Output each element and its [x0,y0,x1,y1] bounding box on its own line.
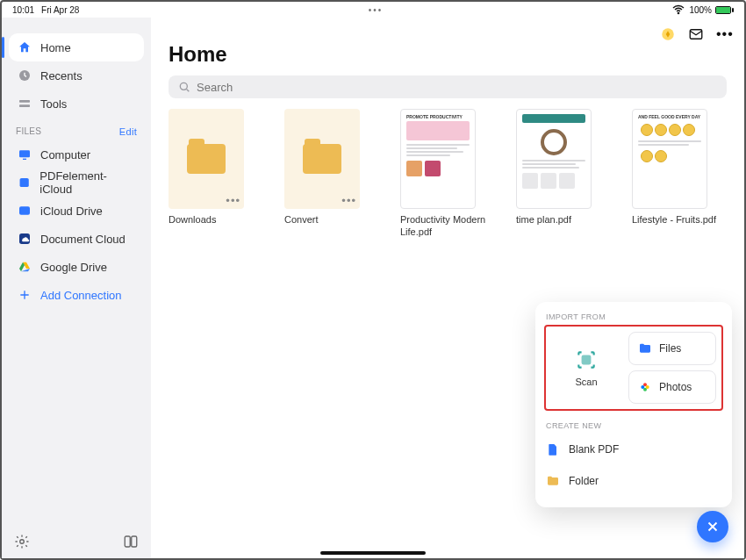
svg-rect-2 [19,100,30,103]
scan-label: Scan [575,377,597,387]
folder-icon [546,474,560,488]
svg-point-12 [20,540,25,544]
more-icon[interactable]: ••• [716,26,732,42]
wifi-icon [671,3,685,17]
svg-rect-5 [23,159,26,160]
sidebar-item-document-cloud[interactable]: Document Cloud [9,225,144,253]
close-fab-button[interactable] [697,511,728,542]
svg-point-22 [641,385,644,389]
search-icon [177,80,191,94]
new-folder-label: Folder [569,475,599,487]
blank-pdf-button[interactable]: Blank PDF [544,434,723,465]
folder-tile-downloads[interactable]: ••• Downloads [169,109,263,239]
svg-rect-14 [132,536,137,547]
sidebar-item-label: Computer [40,148,90,162]
gdrive-icon [18,260,32,274]
sidebar-item-label: PDFelement-iCloud [39,169,135,196]
sidebar-item-tools[interactable]: Tools [9,90,144,118]
search-input[interactable] [197,81,718,94]
tools-icon [18,97,32,111]
document-tile-lifestyle[interactable]: AND FEEL GOOD EVERY DAY Lifestyle - Frui… [632,109,727,239]
blank-pdf-label: Blank PDF [569,443,619,456]
document-tile-timeplan[interactable]: time plan.pdf [516,109,611,239]
sidebar-item-computer[interactable]: Computer [9,140,144,169]
document-tile-productivity[interactable]: PROMOTE PRODUCTIVITY Productivity Modern… [400,109,495,239]
doccloud-icon [18,232,32,246]
computer-icon [18,147,32,162]
sidebar-item-label: Recents [40,69,82,83]
status-date: Fri Apr 28 [41,5,79,15]
device-frame: 10:01 Fri Apr 28 ••• 100% Home Recents [0,0,746,560]
main-content: ••• Home ••• Downloads ••• Convert PR [151,18,744,558]
page-title: Home [169,42,727,67]
folder-icon [187,144,226,174]
premium-icon[interactable] [660,26,676,42]
doc-thumb-title: PROMOTE PRODUCTIVITY [406,114,470,119]
multitask-dots-icon[interactable]: ••• [79,5,671,15]
new-folder-button[interactable]: Folder [544,465,723,497]
import-from-row: Scan Files Photos [544,325,723,411]
plus-icon [18,288,32,302]
tile-more-icon[interactable]: ••• [341,194,356,207]
svg-rect-4 [19,150,30,157]
file-grid: ••• Downloads ••• Convert PROMOTE PRODUC… [169,109,727,239]
photos-label: Photos [659,381,692,393]
settings-icon[interactable] [14,534,30,549]
sidebar-item-google-drive[interactable]: Google Drive [9,253,144,281]
sidebar-item-label: Google Drive [40,261,107,274]
svg-point-17 [180,83,187,90]
photos-icon [638,380,652,394]
svg-rect-7 [19,206,30,214]
add-popover: IMPORT FROM Scan Files Photos [535,302,732,507]
tile-label: Productivity Modern Life.pdf [400,214,495,239]
doc-thumb-title: AND FEEL GOOD EVERY DAY [638,114,701,119]
svg-point-0 [678,12,679,13]
home-icon [18,40,32,54]
tile-label: Lifestyle - Fruits.pdf [632,214,727,226]
tile-label: Convert [284,214,379,226]
folder-icon [303,144,341,174]
home-indicator[interactable] [320,551,426,555]
search-bar[interactable] [169,75,727,98]
status-time: 10:01 [12,5,34,15]
files-button[interactable]: Files [628,332,716,365]
battery-icon [715,6,734,14]
clock-icon [18,68,32,83]
layout-toggle-icon[interactable] [123,534,139,549]
svg-rect-13 [125,536,130,547]
create-new-header: CREATE NEW [544,418,723,434]
files-label: Files [659,342,681,355]
folder-tile-convert[interactable]: ••• Convert [284,109,379,239]
svg-rect-6 [20,178,29,187]
blank-pdf-icon [546,442,560,456]
add-connection-label: Add Connection [40,289,122,302]
svg-rect-18 [583,356,591,364]
pdfelement-icon [18,176,31,190]
files-folder-icon [638,341,652,355]
tile-more-icon[interactable]: ••• [226,194,240,207]
sidebar-item-label: iCloud Drive [40,205,103,218]
status-bar: 10:01 Fri Apr 28 ••• 100% [2,2,744,18]
add-connection-button[interactable]: Add Connection [9,281,144,309]
sidebar-item-home[interactable]: Home [9,33,144,61]
edit-button[interactable]: Edit [119,126,137,137]
sidebar-item-label: Document Cloud [40,233,126,246]
files-section-header: FILES [16,126,41,137]
mail-icon[interactable] [688,26,704,42]
import-from-header: IMPORT FROM [544,309,723,325]
photos-button[interactable]: Photos [628,370,716,404]
sidebar: Home Recents Tools FILES Edit Compute [2,18,151,558]
battery-percent: 100% [689,5,712,15]
sidebar-item-label: Home [40,41,71,54]
tile-label: Downloads [169,214,263,226]
icloud-icon [18,204,32,218]
sidebar-item-pdfelement-icloud[interactable]: PDFelement-iCloud [9,169,144,197]
sidebar-item-label: Tools [40,97,67,111]
scan-icon [575,348,598,371]
sidebar-item-recents[interactable]: Recents [9,61,144,90]
tile-label: time plan.pdf [516,214,611,226]
scan-button[interactable]: Scan [551,332,621,404]
sidebar-item-icloud-drive[interactable]: iCloud Drive [9,197,144,225]
close-icon [705,519,721,535]
svg-rect-3 [19,104,30,107]
